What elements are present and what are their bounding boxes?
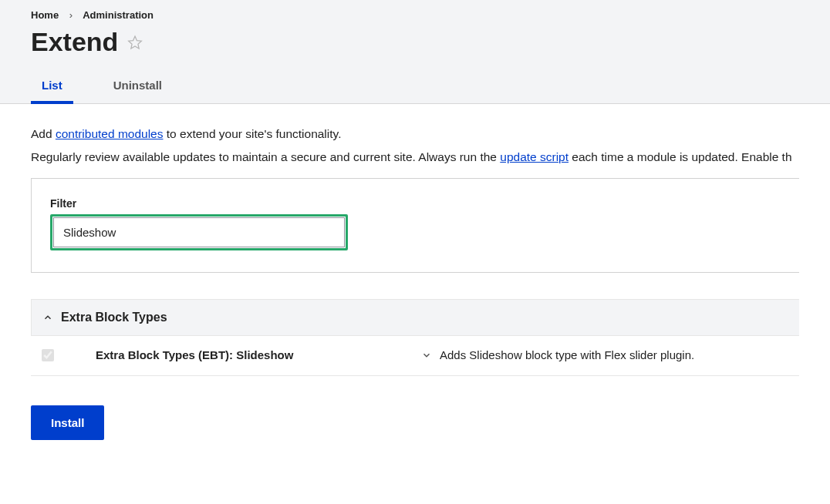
chevron-down-icon[interactable]	[421, 350, 432, 361]
group-title: Extra Block Types	[61, 311, 167, 324]
chevron-up-icon	[42, 312, 53, 323]
chevron-right-icon: ›	[69, 9, 73, 21]
page-title: Extend	[31, 27, 118, 57]
breadcrumb: Home › Administration	[31, 8, 799, 27]
module-name: Extra Block Types (EBT): Slideshow	[68, 348, 407, 361]
tabs: List Uninstall	[31, 71, 799, 103]
module-description: Adds Slideshow block type with Flex slid…	[440, 348, 694, 361]
filter-label: Filter	[50, 197, 781, 210]
breadcrumb-admin[interactable]: Administration	[83, 9, 154, 21]
intro-text-2: Regularly review available updates to ma…	[31, 150, 799, 164]
contributed-modules-link[interactable]: contributed modules	[56, 127, 164, 140]
tab-uninstall[interactable]: Uninstall	[103, 71, 173, 104]
filter-input[interactable]	[53, 217, 345, 247]
breadcrumb-home[interactable]: Home	[31, 9, 59, 21]
star-icon[interactable]	[127, 35, 143, 50]
install-button[interactable]: Install	[31, 405, 104, 440]
svg-marker-0	[129, 36, 142, 49]
filter-box: Filter	[31, 178, 799, 273]
group-header-extra-block-types[interactable]: Extra Block Types	[31, 299, 799, 336]
module-checkbox[interactable]	[42, 349, 54, 361]
update-script-link[interactable]: update script	[500, 150, 569, 163]
tab-list[interactable]: List	[31, 71, 73, 104]
intro-text-1: Add contributed modules to extend your s…	[31, 127, 799, 141]
filter-input-focus-ring	[50, 214, 348, 250]
module-row: Extra Block Types (EBT): Slideshow Adds …	[31, 336, 799, 376]
